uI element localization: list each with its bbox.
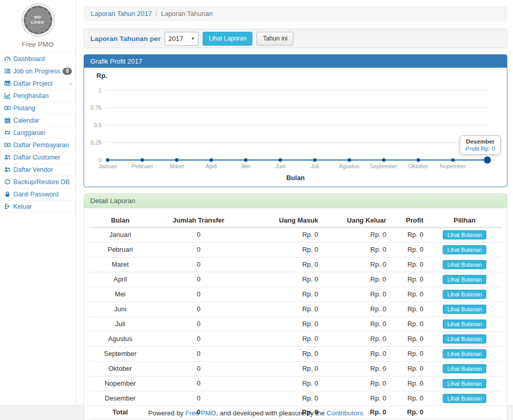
data-point[interactable] (347, 158, 351, 162)
lihat-bulanan-button[interactable]: Lihat Bulanan (443, 290, 486, 299)
sidebar-item-langganan[interactable]: Langganan (0, 127, 75, 139)
data-point[interactable] (417, 158, 420, 162)
table-header-row: BulanJumlah TransferUang MasukUang Kelua… (89, 214, 502, 227)
cell-uang_keluar: Rp. 0 (322, 243, 390, 257)
detail-panel-title: Detail Laporan (84, 194, 507, 208)
x-tick-label: Nopember (440, 163, 466, 169)
sidebar-item-label: Daftar Project (13, 80, 52, 87)
cell-uang_keluar: Rp. 0 (322, 332, 390, 347)
cell-uang_masuk: Rp. 0 (246, 376, 323, 391)
brand-name: Free PMO (0, 41, 75, 48)
sidebar-item-calendar[interactable]: Calendar (0, 114, 75, 127)
cell-profit: Rp. 0 (390, 257, 427, 272)
cell-action: Lihat Bulanan (427, 257, 502, 272)
cell-uang_masuk: Rp. 0 (246, 272, 323, 287)
sidebar-item-dashboard[interactable]: Dashboard (0, 53, 75, 65)
sidebar-item-ganti-password[interactable]: Ganti Password (0, 188, 75, 201)
lihat-bulanan-button[interactable]: Lihat Bulanan (443, 319, 486, 329)
x-tick-label: Juli (310, 163, 319, 169)
sidebar-item-label: Backup/Restore DB (13, 178, 70, 186)
cell-uang_masuk: Rp. 0 (246, 391, 323, 406)
sidebar-item-piutang[interactable]: Piutang (0, 102, 75, 114)
y-tick-label: 0.5 (94, 122, 102, 128)
tahun-ini-button[interactable]: Tahun ini (256, 32, 293, 46)
sidebar-item-daftar-customer[interactable]: Daftar Customer (0, 151, 75, 164)
data-point-highlighted[interactable] (484, 156, 491, 164)
data-point[interactable] (244, 158, 248, 162)
data-point[interactable] (313, 158, 317, 162)
column-header: Uang Keluar (322, 214, 390, 227)
cell-action: Lihat Bulanan (427, 362, 502, 376)
x-tick-label: Juni (275, 163, 285, 169)
sidebar-item-keluar[interactable]: Keluar (0, 201, 75, 213)
lihat-bulanan-button[interactable]: Lihat Bulanan (443, 379, 486, 388)
sidebar-item: Job on Progress0 (0, 65, 75, 77)
y-axis-unit-label: Rp. (89, 71, 502, 80)
table-row: Agustus0Rp. 0Rp. 0Rp. 0Lihat Bulanan (89, 332, 502, 347)
money-icon (4, 142, 11, 148)
lihat-bulanan-button[interactable]: Lihat Bulanan (443, 394, 486, 403)
table-row: Desember0Rp. 0Rp. 0Rp. 0Lihat Bulanan (89, 391, 502, 406)
cell-uang_masuk: Rp. 0 (246, 287, 323, 302)
data-point[interactable] (209, 158, 213, 162)
year-select-value: 2017 (168, 35, 183, 43)
sidebar-item-daftar-pembayaran[interactable]: Daftar Pembayaran (0, 139, 75, 151)
cell-uang_keluar: Rp. 0 (322, 347, 390, 362)
lihat-bulanan-button[interactable]: Lihat Bulanan (443, 334, 486, 344)
table-total-row: Total0Rp. 0Rp. 0Rp. 0 (89, 406, 502, 419)
line-chart-icon (4, 92, 11, 99)
lihat-bulanan-button[interactable]: Lihat Bulanan (443, 364, 486, 373)
table-icon (4, 80, 11, 87)
year-select[interactable]: 2017 ▼ (165, 32, 199, 46)
sidebar-item: Dashboard (0, 53, 75, 65)
data-point[interactable] (141, 158, 144, 162)
sidebar-item-job-on-progress[interactable]: Job on Progress0 (0, 65, 75, 77)
users-icon (4, 154, 11, 161)
column-header: Profit (390, 214, 427, 227)
data-point[interactable] (106, 158, 110, 162)
cell-uang_masuk: Rp. 0 (246, 302, 323, 317)
money-icon (4, 105, 11, 111)
breadcrumb-link-laporan-tahun[interactable]: Laporan Tahun 2017 (91, 10, 152, 17)
retweet-icon (4, 129, 11, 136)
sidebar-item: Calendar (0, 114, 75, 127)
cell-uang_keluar: Rp. 0 (322, 227, 390, 243)
cell-action: Lihat Bulanan (427, 332, 502, 347)
data-point[interactable] (175, 158, 179, 162)
lihat-bulanan-button[interactable]: Lihat Bulanan (443, 349, 486, 358)
tachometer-icon (4, 55, 11, 62)
table-body: Januari0Rp. 0Rp. 0Rp. 0Lihat BulananPebr… (89, 227, 502, 419)
app-layout: NOLOGO Free PMO DashboardJob on Progress… (0, 0, 513, 405)
data-point[interactable] (451, 158, 455, 162)
sidebar-item-label: Penghasilan (13, 92, 49, 99)
data-point[interactable] (382, 158, 386, 162)
lihat-laporan-button[interactable]: Lihat Laporan (203, 32, 252, 46)
y-tick-label: 1 (98, 87, 102, 93)
y-tick-label: 0.75 (91, 105, 102, 111)
column-header: Uang Masuk (246, 214, 323, 227)
lihat-bulanan-button[interactable]: Lihat Bulanan (443, 260, 486, 269)
sidebar-item: Daftar Vendor (0, 164, 75, 176)
sidebar-item-backup-restore-db[interactable]: Backup/Restore DB (0, 176, 75, 188)
sidebar-item-label: Daftar Pembayaran (13, 142, 69, 149)
sidebar-item: Daftar Project‹ (0, 77, 75, 90)
sidebar-item-daftar-project[interactable]: Daftar Project‹ (0, 77, 75, 90)
data-point[interactable] (279, 158, 282, 162)
lihat-bulanan-button[interactable]: Lihat Bulanan (443, 275, 486, 284)
cell-uang_masuk: Rp. 0 (246, 257, 323, 272)
sidebar-item-daftar-vendor[interactable]: Daftar Vendor (0, 164, 75, 176)
x-axis-title: Bulan (89, 174, 502, 182)
lihat-bulanan-button[interactable]: Lihat Bulanan (443, 245, 486, 254)
cell-bulan: Pebruari (89, 243, 151, 257)
sign-out-icon (4, 203, 11, 210)
table-row: Januari0Rp. 0Rp. 0Rp. 0Lihat Bulanan (89, 227, 502, 243)
list-icon (4, 68, 11, 74)
lihat-bulanan-button[interactable]: Lihat Bulanan (443, 305, 486, 314)
x-tick-label: April (206, 163, 217, 169)
sidebar-item-penghasilan[interactable]: Penghasilan (0, 90, 75, 102)
cell-profit: Rp. 0 (390, 317, 427, 332)
lihat-bulanan-button[interactable]: Lihat Bulanan (443, 230, 486, 239)
cell-uang_keluar: Rp. 0 (322, 376, 390, 391)
sidebar-item: Piutang (0, 102, 75, 114)
cell-action: Lihat Bulanan (427, 302, 502, 317)
